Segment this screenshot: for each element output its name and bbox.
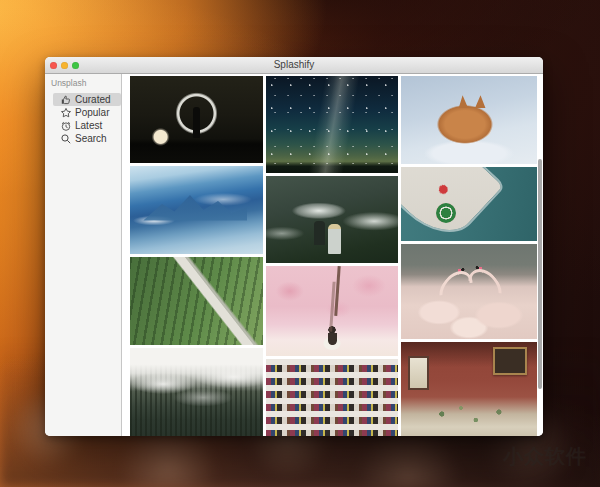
gallery-column: [266, 76, 398, 436]
sidebar-header: Unsplash: [51, 78, 121, 88]
photo-grid-area: [122, 74, 543, 436]
traffic-lights: [50, 57, 79, 73]
photo-red-room[interactable]: [401, 342, 537, 436]
photo-grid: [122, 74, 543, 436]
titlebar[interactable]: Splashify: [45, 57, 543, 74]
photo-foggy-hikers[interactable]: [266, 176, 398, 263]
photo-ship-aerial[interactable]: [401, 167, 537, 241]
sidebar-item-latest[interactable]: Latest: [53, 119, 121, 132]
close-button[interactable]: [50, 62, 57, 69]
app-window: Splashify Unsplash Curated Popular La: [45, 57, 543, 436]
scrollbar[interactable]: [538, 159, 542, 389]
photo-farm-fields[interactable]: [130, 257, 263, 345]
sidebar-item-search[interactable]: Search: [53, 132, 121, 145]
window-content: Unsplash Curated Popular Latest: [45, 74, 543, 436]
sidebar-item-label: Search: [75, 133, 107, 144]
photo-flamingos[interactable]: [401, 244, 537, 339]
photo-cherry-blossom[interactable]: [266, 266, 398, 356]
sidebar-item-curated[interactable]: Curated: [53, 93, 121, 106]
thumbs-up-icon: [60, 94, 72, 106]
zoom-button[interactable]: [72, 62, 79, 69]
minimize-button[interactable]: [61, 62, 68, 69]
photo-milky-way[interactable]: [266, 76, 398, 173]
watermark: 小众软件: [503, 443, 587, 470]
gallery-column: [130, 76, 263, 436]
gallery-column: [401, 76, 537, 436]
sidebar-item-popular[interactable]: Popular: [53, 106, 121, 119]
sidebar: Unsplash Curated Popular Latest: [45, 74, 122, 436]
photo-foggy-forest[interactable]: [130, 348, 263, 436]
window-title: Splashify: [45, 57, 543, 73]
sidebar-item-label: Curated: [75, 94, 111, 105]
photo-balcony-building[interactable]: [266, 359, 398, 436]
star-icon: [60, 107, 72, 119]
clock-icon: [60, 120, 72, 132]
photo-blue-mountains[interactable]: [130, 166, 263, 254]
photo-sleeping-fox[interactable]: [401, 76, 537, 164]
sidebar-item-label: Popular: [75, 107, 109, 118]
sidebar-item-label: Latest: [75, 120, 102, 131]
photo-night-light-circle[interactable]: [130, 76, 263, 163]
search-icon: [60, 133, 72, 145]
